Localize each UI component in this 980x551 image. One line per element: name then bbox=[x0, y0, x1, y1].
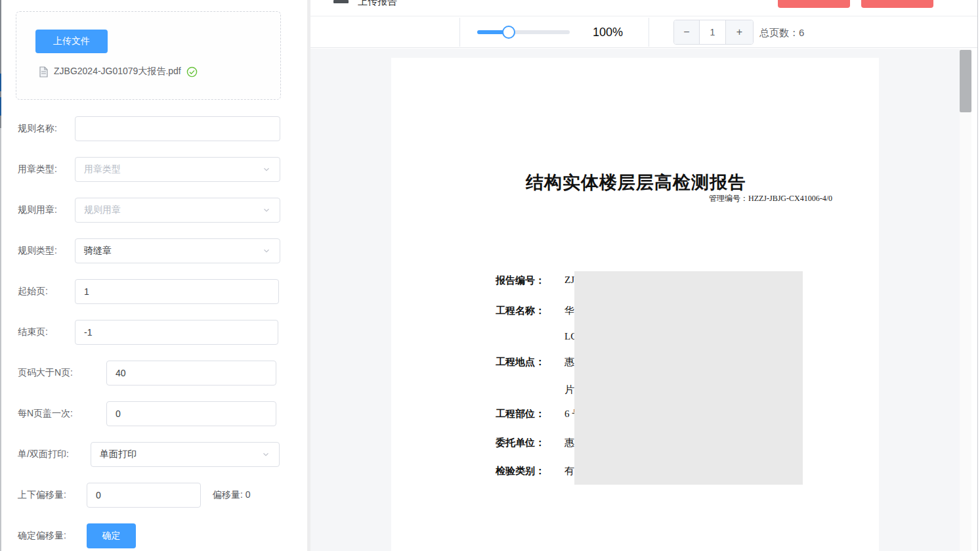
pdf-manage-number: 管理编号：HZZJ-JBJG-CX41006-4/0 bbox=[709, 193, 832, 204]
pdf-page: 结构实体楼层层高检测报告 管理编号：HZZJ-JBJG-CX41006-4/0 … bbox=[391, 58, 879, 551]
pdf-field-project-name: 工程名称： 华 bbox=[496, 305, 545, 317]
current-page-value[interactable]: 1 bbox=[700, 20, 725, 44]
seal-rule-app: 上传文件 ZJBG2024-JG01079大报告.pdf 规则名称: bbox=[0, 0, 980, 551]
rule-type-label: 规则类型: bbox=[18, 245, 57, 257]
danger-button-2[interactable] bbox=[861, 0, 933, 8]
file-tab-icon bbox=[333, 0, 349, 3]
start-page-label: 起始页: bbox=[18, 286, 48, 298]
start-page-input[interactable] bbox=[75, 279, 279, 304]
page-increase-button[interactable]: + bbox=[725, 20, 753, 44]
upload-dropzone[interactable]: 上传文件 ZJBG2024-JG01079大报告.pdf bbox=[16, 11, 281, 100]
chevron-down-icon bbox=[262, 165, 271, 174]
print-mode-label: 单/双面打印: bbox=[18, 449, 69, 460]
end-page-label: 结束页: bbox=[18, 326, 48, 338]
toolbar-divider bbox=[459, 18, 460, 47]
preview-title: 上传报告 bbox=[358, 0, 397, 6]
rule-seal-label: 规则用章: bbox=[18, 204, 57, 216]
rule-config-panel: 上传文件 ZJBG2024-JG01079大报告.pdf 规则名称: bbox=[1, 0, 307, 551]
preview-title-text: 上传报告 bbox=[358, 0, 397, 6]
offset-readout: 偏移量: 0 bbox=[213, 489, 251, 501]
seal-type-placeholder: 用章类型 bbox=[84, 164, 262, 175]
uploaded-file-name: ZJBG2024-JG01079大报告.pdf bbox=[54, 66, 181, 77]
document-icon bbox=[39, 66, 49, 77]
seal-type-select[interactable]: 用章类型 bbox=[75, 157, 280, 182]
form-row-rule-seal: 规则用章: 规则用章 bbox=[1, 198, 307, 223]
preview-toolbar: 100% − 1 + 总页数：6 bbox=[310, 16, 977, 48]
redaction-overlay bbox=[574, 271, 803, 485]
rule-type-value: 骑缝章 bbox=[84, 245, 262, 257]
print-mode-select[interactable]: 单面打印 bbox=[91, 442, 280, 467]
pdf-viewer[interactable]: 结构实体楼层层高检测报告 管理编号：HZZJ-JBJG-CX41006-4/0 … bbox=[310, 49, 977, 551]
rule-seal-placeholder: 规则用章 bbox=[84, 204, 262, 216]
zoom-percent-label: 100% bbox=[593, 26, 623, 39]
confirm-offset-label: 确定偏移量: bbox=[18, 530, 66, 542]
rule-name-label: 规则名称: bbox=[18, 123, 57, 135]
pdf-report-title: 结构实体楼层层高检测报告 bbox=[526, 171, 746, 194]
seal-type-label: 用章类型: bbox=[18, 164, 57, 175]
pdf-field-client-unit: 委托单位： 惠 bbox=[496, 437, 545, 449]
window-right-border bbox=[977, 0, 978, 551]
form-row-every-n-pages: 每N页盖一次: bbox=[1, 401, 307, 426]
check-circle-icon bbox=[186, 66, 198, 77]
chevron-down-icon bbox=[262, 246, 271, 255]
preview-panel: 上传报告 100% − 1 + 总页数：6 结构实体楼层层高检测报告 管理编 bbox=[310, 0, 980, 551]
total-pages-label: 总页数：6 bbox=[759, 27, 804, 39]
every-n-pages-label: 每N页盖一次: bbox=[18, 408, 73, 420]
danger-button-1[interactable] bbox=[778, 0, 850, 8]
print-mode-value: 单面打印 bbox=[100, 449, 261, 460]
page-stepper: − 1 + bbox=[673, 20, 754, 45]
vertical-offset-input[interactable] bbox=[87, 483, 201, 508]
rule-seal-select[interactable]: 规则用章 bbox=[75, 198, 280, 223]
zoom-slider[interactable] bbox=[477, 30, 570, 34]
form-row-print-mode: 单/双面打印: 单面打印 bbox=[1, 442, 307, 467]
pdf-field-project-location: 工程地点： 惠 bbox=[496, 356, 545, 368]
form-row-rule-name: 规则名称: bbox=[1, 116, 307, 141]
confirm-offset-button[interactable]: 确定 bbox=[87, 523, 136, 548]
upload-file-button[interactable]: 上传文件 bbox=[35, 30, 108, 53]
chevron-down-icon bbox=[261, 450, 270, 459]
scrollbar-gap bbox=[971, 49, 977, 551]
pdf-field-report-no: 报告编号： ZJ bbox=[496, 275, 545, 287]
page-decrease-button[interactable]: − bbox=[674, 20, 700, 44]
toolbar-divider bbox=[649, 18, 649, 47]
form-row-page-greater-n: 页码大于N页: bbox=[1, 361, 307, 386]
form-row-end-page: 结束页: bbox=[1, 320, 307, 345]
form-row-vertical-offset: 上下偏移量: 偏移量: 0 bbox=[1, 483, 307, 508]
rule-form: 规则名称: 用章类型: 用章类型 规则用章: bbox=[1, 116, 307, 551]
every-n-pages-input[interactable] bbox=[106, 401, 276, 426]
form-row-rule-type: 规则类型: 骑缝章 bbox=[1, 238, 307, 263]
form-row-confirm-offset: 确定偏移量: 确定 bbox=[1, 523, 307, 548]
form-row-start-page: 起始页: bbox=[1, 279, 307, 304]
rule-name-input[interactable] bbox=[75, 116, 280, 141]
pdf-field-project-part: 工程部位： 6 号 bbox=[496, 408, 545, 420]
pdf-field-inspection-category: 检验类别： 有 bbox=[496, 465, 545, 477]
rule-type-select[interactable]: 骑缝章 bbox=[75, 238, 280, 263]
scrollbar-thumb[interactable] bbox=[960, 50, 971, 112]
chevron-down-icon bbox=[262, 206, 271, 215]
end-page-input[interactable] bbox=[75, 320, 278, 345]
uploaded-file-item[interactable]: ZJBG2024-JG01079大报告.pdf bbox=[39, 64, 198, 79]
vertical-offset-label: 上下偏移量: bbox=[18, 489, 66, 501]
viewer-scrollbar[interactable] bbox=[960, 49, 971, 551]
page-greater-n-label: 页码大于N页: bbox=[18, 367, 73, 379]
zoom-slider-thumb[interactable] bbox=[502, 26, 515, 39]
form-row-seal-type: 用章类型: 用章类型 bbox=[1, 157, 307, 182]
preview-header: 上传报告 bbox=[310, 0, 977, 16]
page-greater-n-input[interactable] bbox=[106, 361, 276, 386]
